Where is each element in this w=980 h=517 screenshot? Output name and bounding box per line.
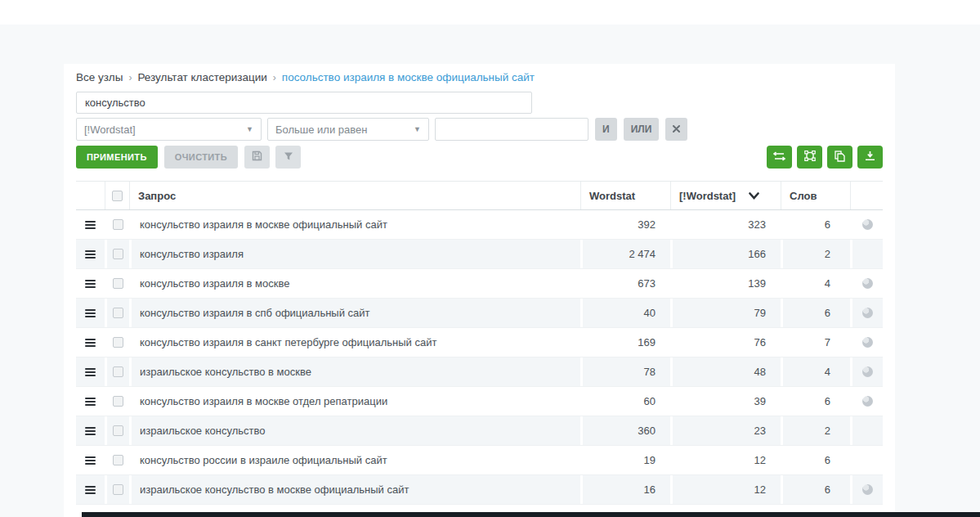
row-menu-cell bbox=[76, 240, 105, 268]
globe-icon[interactable] bbox=[862, 396, 873, 407]
header-wordstat[interactable]: Wordstat bbox=[580, 182, 670, 209]
header-words-label: Слов bbox=[790, 190, 817, 202]
row-check-cell bbox=[105, 387, 129, 416]
row-check-cell bbox=[105, 240, 129, 268]
table-row: консульство израиля в спб официальный са… bbox=[76, 299, 883, 328]
row-menu-cell bbox=[76, 416, 105, 445]
row-exact-wordstat-value: 79 bbox=[670, 299, 781, 327]
header-query[interactable]: Запрос bbox=[129, 182, 580, 209]
table-tools bbox=[767, 146, 883, 169]
breadcrumb-cluster-result[interactable]: Результат кластеризации bbox=[137, 71, 266, 83]
table-row: консульство израиля в санкт петербурге о… bbox=[76, 328, 883, 357]
row-words-count: 4 bbox=[781, 357, 850, 386]
swap-arrows-button[interactable] bbox=[767, 146, 792, 169]
breadcrumb-all-nodes[interactable]: Все узлы bbox=[76, 71, 123, 83]
row-checkbox[interactable] bbox=[113, 308, 123, 318]
row-check-cell bbox=[105, 357, 129, 386]
row-checkbox[interactable] bbox=[113, 219, 123, 230]
sort-desc-icon bbox=[749, 190, 759, 202]
table-row: консульство израиля в москве отдел репат… bbox=[76, 387, 883, 416]
row-check-cell bbox=[105, 416, 129, 445]
drag-handle-icon[interactable] bbox=[85, 368, 96, 376]
drag-handle-icon[interactable] bbox=[85, 427, 96, 435]
selection-frame-icon bbox=[804, 151, 816, 164]
globe-icon[interactable] bbox=[862, 308, 873, 318]
filter-remove-button[interactable] bbox=[665, 118, 687, 141]
row-check-cell bbox=[105, 299, 129, 327]
filter-toggle-button[interactable] bbox=[275, 146, 301, 169]
row-query[interactable]: консульство израиля в спб официальный са… bbox=[129, 299, 580, 327]
globe-icon[interactable] bbox=[862, 219, 873, 230]
table-header: Запрос Wordstat [!Wordstat] Слов bbox=[76, 181, 883, 210]
select-all-checkbox[interactable] bbox=[112, 191, 123, 201]
row-words-count: 2 bbox=[781, 240, 850, 268]
drag-handle-icon[interactable] bbox=[85, 456, 96, 465]
swap-arrows-icon bbox=[773, 151, 785, 164]
search-input[interactable] bbox=[76, 92, 532, 114]
row-checkbox[interactable] bbox=[113, 249, 123, 259]
breadcrumb: Все узлы › Результат кластеризации › пос… bbox=[76, 71, 883, 83]
row-checkbox[interactable] bbox=[113, 337, 123, 348]
select-caret-icon: ▼ bbox=[246, 125, 253, 133]
row-globe-cell bbox=[850, 475, 883, 504]
row-exact-wordstat-value: 39 bbox=[670, 387, 781, 416]
row-checkbox[interactable] bbox=[113, 425, 123, 436]
copy-button[interactable] bbox=[827, 146, 852, 169]
row-checkbox[interactable] bbox=[113, 396, 123, 407]
drag-handle-icon[interactable] bbox=[85, 221, 96, 229]
drag-handle-icon[interactable] bbox=[85, 309, 96, 317]
header-words[interactable]: Слов bbox=[781, 182, 850, 209]
row-words-count: 6 bbox=[781, 210, 850, 239]
breadcrumb-current-cluster[interactable]: посольство израиля в москве официальный … bbox=[282, 71, 535, 83]
row-exact-wordstat-value: 139 bbox=[670, 269, 781, 298]
row-query[interactable]: консульство израиля в москве bbox=[129, 269, 580, 298]
row-checkbox[interactable] bbox=[113, 484, 123, 495]
row-wordstat-value: 60 bbox=[580, 387, 670, 416]
row-globe-cell bbox=[850, 269, 883, 298]
header-wordstat-label: Wordstat bbox=[589, 190, 635, 202]
row-checkbox[interactable] bbox=[113, 455, 123, 465]
drag-handle-icon[interactable] bbox=[85, 486, 96, 494]
close-icon bbox=[673, 124, 680, 135]
row-query[interactable]: израильское консульство в москве bbox=[129, 357, 580, 386]
row-words-count: 6 bbox=[781, 446, 850, 474]
header-exact-wordstat[interactable]: [!Wordstat] bbox=[670, 182, 781, 209]
selection-frame-button[interactable] bbox=[797, 146, 822, 169]
row-query[interactable]: консульство израиля в санкт петербурге о… bbox=[129, 328, 580, 357]
row-query[interactable]: израильское консульство bbox=[129, 416, 580, 445]
globe-icon[interactable] bbox=[862, 366, 873, 377]
copy-icon bbox=[835, 151, 845, 164]
filter-or-button[interactable]: ИЛИ bbox=[624, 118, 660, 141]
globe-icon[interactable] bbox=[862, 484, 873, 495]
row-menu-cell bbox=[76, 328, 105, 357]
row-wordstat-value: 40 bbox=[580, 299, 670, 327]
drag-handle-icon[interactable] bbox=[85, 280, 96, 288]
globe-icon[interactable] bbox=[862, 337, 873, 348]
download-button[interactable] bbox=[857, 146, 883, 169]
row-checkbox[interactable] bbox=[113, 278, 123, 289]
globe-icon[interactable] bbox=[862, 278, 873, 289]
drag-handle-icon[interactable] bbox=[85, 250, 96, 258]
clear-button[interactable]: ОЧИСТИТЬ bbox=[164, 146, 238, 169]
filter-value-input[interactable] bbox=[435, 118, 588, 141]
select-caret-icon: ▼ bbox=[414, 125, 421, 133]
row-query[interactable]: израильское консульство в москве официал… bbox=[129, 475, 580, 504]
drag-handle-icon[interactable] bbox=[85, 398, 96, 406]
filter-and-button[interactable]: И bbox=[595, 118, 617, 141]
filter-field-select[interactable]: [!Wordstat] ▼ bbox=[76, 118, 262, 141]
row-query[interactable]: консульство израиля в москве отдел репат… bbox=[129, 387, 580, 416]
row-menu-cell bbox=[76, 446, 105, 474]
row-query[interactable]: консульство россии в израиле официальный… bbox=[129, 446, 580, 474]
row-query[interactable]: консульство израиля bbox=[129, 240, 580, 268]
apply-button[interactable]: ПРИМЕНИТЬ bbox=[76, 146, 158, 169]
table-row: консульство россии в израиле официальный… bbox=[76, 446, 883, 475]
save-filter-button[interactable] bbox=[244, 146, 270, 169]
row-exact-wordstat-value: 23 bbox=[670, 416, 781, 445]
top-white-strip bbox=[0, 0, 980, 25]
drag-handle-icon[interactable] bbox=[85, 339, 96, 347]
row-query[interactable]: консульство израиля в москве официальный… bbox=[129, 210, 580, 239]
row-check-cell bbox=[105, 328, 129, 357]
filter-operator-select[interactable]: Больше или равен ▼ bbox=[267, 118, 429, 141]
row-wordstat-value: 2 474 bbox=[580, 240, 670, 268]
row-checkbox[interactable] bbox=[113, 366, 123, 377]
